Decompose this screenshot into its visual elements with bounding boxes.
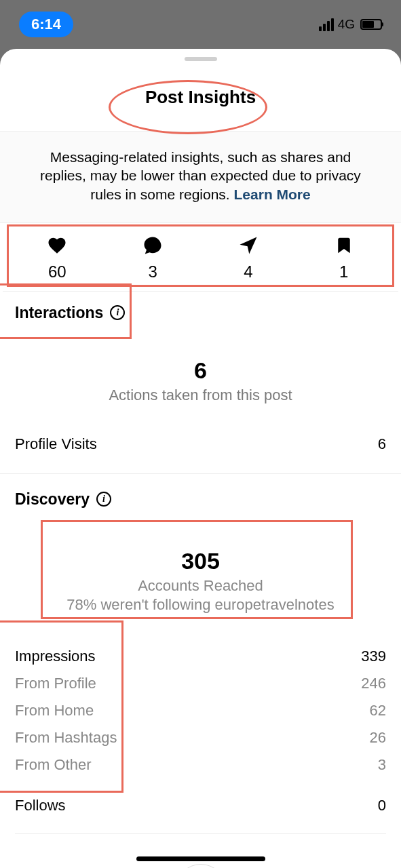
impressions-source-row: From Home 62: [15, 699, 386, 722]
impressions-value: 339: [361, 648, 386, 665]
privacy-notice: Messaging-related insights, such as shar…: [0, 131, 401, 223]
source-label: From Profile: [15, 675, 96, 692]
follows-value: 0: [378, 797, 386, 814]
source-label: From Home: [15, 702, 94, 719]
discovery-section: Discovery i 305 Accounts Reached 78% wer…: [0, 473, 401, 868]
impressions-source-row: From Other 3: [15, 753, 386, 776]
info-icon[interactable]: i: [110, 305, 125, 320]
interactions-total: 6: [15, 357, 386, 384]
bookmark-icon: [334, 235, 354, 256]
heart-icon: [47, 235, 67, 256]
interactions-section: Interactions i 6 Actions taken from this…: [0, 292, 401, 453]
impressions-row: Impressions 339: [15, 645, 386, 668]
comments-stat: 3: [105, 235, 201, 281]
interactions-subtitle: Actions taken from this post: [15, 387, 386, 404]
discovery-header: Discovery i: [15, 490, 386, 509]
page-title: Post Insights: [0, 87, 401, 108]
interactions-header: Interactions i: [15, 304, 386, 322]
sheet: Post Insights Messaging-related insights…: [0, 49, 401, 868]
not-following-text: 78% weren't following europetravelnotes: [15, 596, 386, 614]
source-value: 3: [378, 756, 386, 774]
share-icon: [238, 235, 259, 256]
likes-count: 60: [48, 262, 66, 281]
source-value: 26: [370, 729, 386, 747]
impressions-source-row: From Profile 246: [15, 672, 386, 695]
signal-icon: [319, 18, 334, 31]
impressions-block: Impressions 339 From Profile 246 From Ho…: [15, 645, 386, 776]
likes-stat: 60: [9, 235, 105, 281]
saves-stat: 1: [296, 235, 392, 281]
accounts-reached-value: 305: [15, 548, 386, 574]
notice-text: Messaging-related insights, such as shar…: [40, 149, 361, 202]
status-right: 4G: [319, 17, 382, 32]
battery-icon: [360, 19, 382, 30]
page-header: Post Insights: [0, 61, 401, 131]
source-label: From Other: [15, 756, 91, 774]
profile-visits-value: 6: [378, 435, 386, 453]
share-insights-button[interactable]: [176, 864, 226, 868]
follows-row: Follows 0: [15, 797, 386, 834]
source-value: 62: [370, 702, 386, 719]
network-label: 4G: [338, 17, 355, 32]
shares-stat: 4: [201, 235, 297, 281]
profile-visits-row: Profile Visits 6: [15, 404, 386, 453]
source-value: 246: [361, 675, 386, 692]
impressions-source-row: From Hashtags 26: [15, 726, 386, 749]
info-icon[interactable]: i: [96, 492, 111, 507]
discovery-label: Discovery: [15, 490, 90, 509]
home-indicator[interactable]: [136, 856, 265, 861]
saves-count: 1: [339, 262, 348, 281]
accounts-reached-block: 305 Accounts Reached 78% weren't followi…: [15, 548, 386, 614]
interactions-label: Interactions: [15, 304, 103, 322]
shares-count: 4: [244, 262, 252, 281]
status-time: 6:14: [19, 12, 73, 37]
follows-label: Follows: [15, 797, 66, 814]
accounts-reached-label: Accounts Reached: [15, 577, 386, 595]
profile-visits-label: Profile Visits: [15, 435, 97, 453]
status-bar: 6:14 4G: [0, 0, 401, 49]
learn-more-link[interactable]: Learn More: [234, 186, 311, 202]
engagement-row: 60 3 4 1: [3, 223, 398, 292]
source-label: From Hashtags: [15, 729, 117, 747]
impressions-label: Impressions: [15, 648, 96, 665]
comment-icon: [142, 235, 163, 256]
comments-count: 3: [148, 262, 157, 281]
